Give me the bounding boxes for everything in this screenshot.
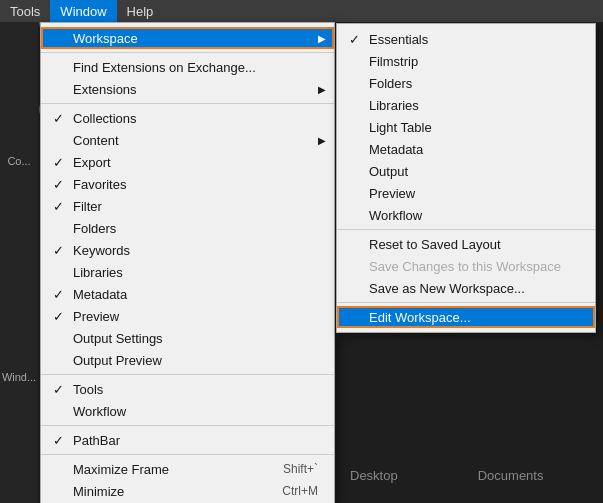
sub-item-save-new[interactable]: Save as New Workspace...: [337, 277, 595, 299]
menu-sep-5: [41, 454, 334, 455]
menu-item-collections[interactable]: Collections: [41, 107, 334, 129]
menu-item-minimize[interactable]: Minimize Ctrl+M: [41, 480, 334, 502]
menu-item-content[interactable]: Content: [41, 129, 334, 151]
menu-item-keywords[interactable]: Keywords: [41, 239, 334, 261]
wind-sidebar-label: Wind...: [0, 371, 38, 383]
sub-item-libraries[interactable]: Libraries: [337, 94, 595, 116]
menu-item-export[interactable]: Export: [41, 151, 334, 173]
documents-label: Documents: [478, 468, 544, 483]
co-sidebar-label: Co...: [0, 155, 38, 167]
sub-item-edit-workspace[interactable]: Edit Workspace...: [337, 306, 595, 328]
menu-item-preview[interactable]: Preview: [41, 305, 334, 327]
window-menu-dropdown: Workspace Find Extensions on Exchange...…: [40, 22, 335, 503]
menu-sep-3: [41, 374, 334, 375]
sub-sep-1: [337, 229, 595, 230]
menu-item-metadata[interactable]: Metadata: [41, 283, 334, 305]
sub-item-save-changes[interactable]: Save Changes to this Workspace: [337, 255, 595, 277]
menu-item-extensions[interactable]: Extensions: [41, 78, 334, 100]
sub-item-metadata[interactable]: Metadata: [337, 138, 595, 160]
menu-bar: Tools Window Help: [0, 0, 603, 22]
sub-item-workflow[interactable]: Workflow: [337, 204, 595, 226]
menu-help[interactable]: Help: [117, 0, 164, 22]
sub-sep-2: [337, 302, 595, 303]
menu-item-output-preview[interactable]: Output Preview: [41, 349, 334, 371]
menu-sep-4: [41, 425, 334, 426]
sub-item-output[interactable]: Output: [337, 160, 595, 182]
menu-item-favorites[interactable]: Favorites: [41, 173, 334, 195]
sub-item-folders[interactable]: Folders: [337, 72, 595, 94]
menu-item-maximize-frame[interactable]: Maximize Frame Shift+`: [41, 458, 334, 480]
menu-item-folders[interactable]: Folders: [41, 217, 334, 239]
desktop-label: Desktop: [350, 468, 398, 483]
menu-item-pathbar[interactable]: PathBar: [41, 429, 334, 451]
menu-item-workflow[interactable]: Workflow: [41, 400, 334, 422]
left-sidebar: [0, 22, 38, 503]
minimize-shortcut: Ctrl+M: [282, 484, 318, 498]
workspace-submenu: Essentials Filmstrip Folders Libraries L…: [336, 23, 596, 333]
sub-item-essentials[interactable]: Essentials: [337, 28, 595, 50]
sub-item-light-table[interactable]: Light Table: [337, 116, 595, 138]
menu-item-tools[interactable]: Tools: [41, 378, 334, 400]
menu-sep-2: [41, 103, 334, 104]
sub-item-preview[interactable]: Preview: [337, 182, 595, 204]
sub-item-reset-layout[interactable]: Reset to Saved Layout: [337, 233, 595, 255]
menu-item-output-settings[interactable]: Output Settings: [41, 327, 334, 349]
sub-item-filmstrip[interactable]: Filmstrip: [337, 50, 595, 72]
menu-item-workspace[interactable]: Workspace: [41, 27, 334, 49]
menu-item-filter[interactable]: Filter: [41, 195, 334, 217]
maximize-shortcut: Shift+`: [283, 462, 318, 476]
bottom-panel-labels: Desktop Documents: [350, 468, 543, 483]
menu-tools[interactable]: Tools: [0, 0, 50, 22]
menu-window[interactable]: Window: [50, 0, 116, 22]
menu-item-find-extensions[interactable]: Find Extensions on Exchange...: [41, 56, 334, 78]
menu-item-libraries[interactable]: Libraries: [41, 261, 334, 283]
menu-sep-1: [41, 52, 334, 53]
